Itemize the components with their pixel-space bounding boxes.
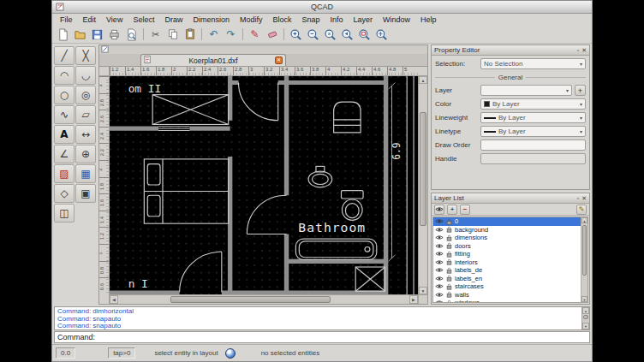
menu-item[interactable]: Help (415, 15, 442, 24)
layer-row[interactable]: dimensions (433, 234, 581, 242)
new-file-button[interactable] (55, 27, 71, 42)
tool-button[interactable]: ◠ (54, 66, 75, 85)
handle-input[interactable] (480, 153, 586, 164)
scroll-right-arrow[interactable]: ▶ (409, 295, 418, 304)
remove-layer-button[interactable]: − (460, 205, 470, 215)
dock-close-icon[interactable]: ✕ (581, 46, 587, 55)
tool-button[interactable]: ◎ (75, 86, 96, 104)
menu-item[interactable]: Select (128, 15, 159, 24)
menu-item[interactable]: Window (378, 15, 415, 24)
layer-lock-icon[interactable] (446, 218, 452, 225)
color-combo[interactable]: By Layer ▾ (480, 98, 586, 110)
tool-button[interactable]: ╱ (54, 46, 75, 65)
vertical-scrollbar[interactable]: ▲ ▼ (418, 76, 427, 294)
open-file-button[interactable] (72, 27, 88, 42)
layer-lock-icon[interactable] (446, 226, 452, 233)
menu-item[interactable]: Layer (349, 15, 379, 24)
menu-item[interactable]: File (55, 15, 78, 24)
lineweight-combo[interactable]: By Layer ▾ (480, 112, 586, 123)
redo-button[interactable]: ↷ (223, 27, 239, 42)
layer-row[interactable]: 0 (433, 217, 581, 226)
room-label-bottom[interactable]: n I (128, 277, 148, 290)
titlebar[interactable]: QCAD (52, 1, 592, 14)
scroll-down-arrow[interactable]: ▼ (581, 296, 587, 302)
room-label-top[interactable]: om II (128, 82, 161, 95)
layer-lock-icon[interactable] (446, 251, 452, 258)
layer-visibility-eye-icon[interactable] (435, 283, 444, 289)
layer-lock-icon[interactable] (446, 291, 452, 298)
zoom-window-button[interactable] (356, 27, 373, 42)
layer-visibility-eye-icon[interactable] (435, 292, 444, 298)
layer-row[interactable]: background (433, 226, 581, 234)
command-input[interactable] (98, 332, 587, 342)
paste-button[interactable] (182, 27, 198, 42)
tool-button[interactable]: ◡ (75, 66, 96, 85)
tool-button[interactable]: ∿ (54, 105, 75, 124)
tool-button[interactable]: ▨ (54, 164, 75, 183)
zoom-in-button[interactable] (288, 27, 304, 42)
layer-visibility-eye-icon[interactable] (435, 259, 444, 265)
property-editor-titlebar[interactable]: Property Editor ▫ ✕ (432, 45, 589, 56)
scroll-up-arrow[interactable]: ▲ (582, 307, 589, 314)
tool-button[interactable]: ○ (54, 86, 75, 104)
layer-row[interactable]: staircases (433, 282, 581, 291)
eraser-button[interactable] (264, 27, 280, 42)
drawing-canvas[interactable]: om II Bathroom 6.9 n I (110, 76, 418, 294)
menu-item[interactable]: View (101, 15, 128, 24)
linetype-combo[interactable]: By Layer ▾ (480, 126, 586, 137)
layer-row[interactable]: labels_en (433, 275, 581, 283)
layer-lock-icon[interactable] (446, 300, 452, 303)
horizontal-scroll-thumb[interactable] (170, 296, 331, 303)
layer-visibility-eye-icon[interactable] (435, 243, 444, 249)
layer-lock-icon[interactable] (446, 234, 452, 241)
zoom-previous-button[interactable] (339, 27, 355, 42)
dock-close-icon[interactable]: ✕ (581, 194, 587, 203)
apply-layer-button[interactable]: + (575, 85, 586, 96)
horizontal-scroll-track[interactable] (118, 295, 409, 304)
tool-button[interactable]: ⊕ (75, 145, 96, 163)
layer-combo[interactable]: ▾ (480, 85, 572, 96)
history-scroll-thumb[interactable] (583, 315, 588, 320)
layer-row[interactable]: labels_de (433, 266, 581, 275)
scroll-up-arrow[interactable]: ▲ (419, 76, 427, 84)
layer-visibility-eye-icon[interactable] (435, 267, 444, 273)
scroll-down-arrow[interactable]: ▼ (419, 287, 427, 294)
layer-list-titlebar[interactable]: Layer List ▫ ✕ (432, 193, 589, 204)
tool-button[interactable]: ∠ (54, 145, 75, 163)
add-layer-button[interactable]: + (447, 205, 457, 215)
layer-lock-icon[interactable] (446, 283, 452, 290)
layer-visibility-eye-icon[interactable] (435, 218, 444, 224)
tool-button[interactable]: A (54, 125, 75, 144)
layer-row[interactable]: walls (433, 291, 581, 300)
bathroom-label[interactable]: Bathroom (298, 221, 366, 234)
vertical-scroll-thumb[interactable] (420, 112, 426, 226)
dock-float-icon[interactable]: ▫ (577, 194, 579, 203)
layer-visibility-eye-icon[interactable] (435, 227, 444, 233)
cut-button[interactable]: ✂ (147, 27, 164, 42)
tool-button[interactable]: ▦ (75, 164, 96, 183)
layer-lock-icon[interactable] (446, 275, 452, 282)
layer-list-scrollbar[interactable]: ▲ ▼ (581, 217, 587, 302)
history-scrollbar[interactable]: ▲ ▼ (581, 307, 589, 329)
layer-scroll-thumb[interactable] (582, 225, 587, 276)
toggle-all-layers-button[interactable] (434, 205, 444, 215)
menu-item[interactable]: Edit (78, 15, 102, 24)
menu-item[interactable]: Modify (235, 15, 268, 24)
layer-row[interactable]: interiors (433, 258, 581, 267)
menu-item[interactable]: Snap (296, 15, 325, 24)
tool-button[interactable]: ◫ (54, 204, 75, 223)
tool-button[interactable]: ▱ (75, 105, 96, 124)
tool-button[interactable]: ╳ (75, 46, 96, 65)
dimension-label[interactable]: 6.9 (391, 142, 402, 159)
layer-visibility-eye-icon[interactable] (435, 276, 444, 282)
tool-button[interactable]: ▣ (75, 184, 96, 203)
undo-button[interactable]: ↶ (206, 27, 222, 42)
scroll-up-arrow[interactable]: ▲ (581, 217, 587, 223)
layer-lock-icon[interactable] (446, 242, 452, 249)
draw-order-input[interactable] (480, 139, 586, 151)
zoom-auto-button[interactable]: a (322, 27, 338, 42)
layer-row[interactable]: doors (433, 242, 581, 251)
dock-float-icon[interactable]: ▫ (577, 46, 579, 55)
vertical-scroll-track[interactable] (419, 84, 427, 287)
draw-pen-button[interactable]: ✎ (247, 27, 263, 42)
